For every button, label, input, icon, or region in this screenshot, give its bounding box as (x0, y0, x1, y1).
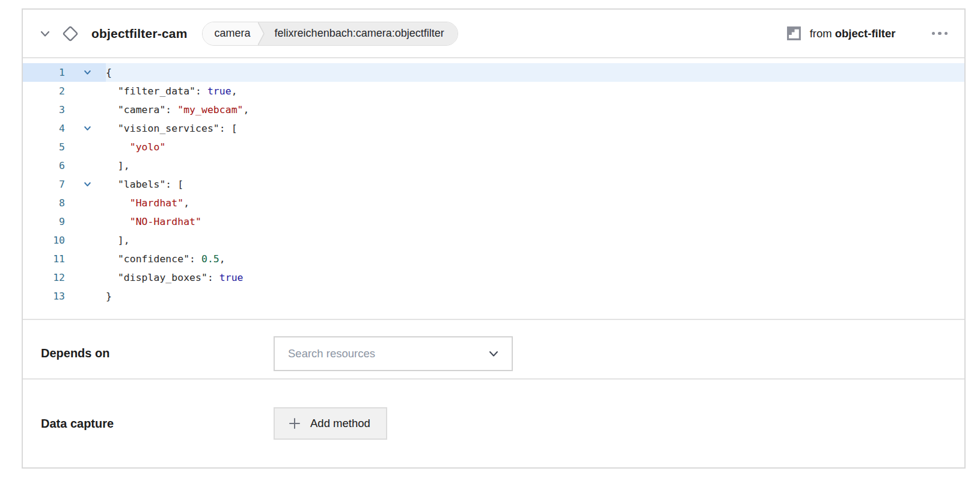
collapse-toggle-button[interactable] (38, 27, 52, 40)
code-text: "filter_data": true, (106, 82, 964, 100)
fragment-source-label: from object-filter (810, 27, 896, 40)
code-line[interactable]: 8 "Hardhat", (23, 194, 964, 212)
line-gutter: 4 (23, 119, 106, 138)
code-line[interactable]: 13} (23, 287, 964, 306)
code-text: "yolo" (106, 138, 964, 156)
code-line[interactable]: 1{ (23, 63, 964, 82)
depends-on-section: Depends on Search resources (23, 319, 964, 378)
chip-separator-chevron-icon (258, 22, 268, 45)
add-method-button[interactable]: Add method (274, 407, 387, 440)
code-line[interactable]: 9 "NO-Hardhat" (23, 212, 964, 231)
code-line[interactable]: 5 "yolo" (23, 138, 964, 156)
fragment-name-text: object-filter (835, 27, 896, 40)
code-line[interactable]: 3 "camera": "my_webcam", (23, 100, 964, 119)
code-line[interactable]: 12 "display_boxes": true (23, 268, 964, 287)
line-number: 1 (23, 63, 69, 82)
dot-icon (932, 32, 936, 35)
header-right-group: from object-filter (786, 26, 949, 41)
line-gutter: 12 (23, 268, 106, 287)
data-capture-label: Data capture (41, 417, 274, 431)
code-line[interactable]: 6 ], (23, 156, 964, 175)
line-number: 5 (23, 138, 69, 156)
fold-spacer (69, 250, 106, 268)
code-text: "labels": [ (106, 175, 964, 194)
line-number: 10 (23, 231, 69, 250)
dot-icon (945, 32, 948, 35)
code-editor[interactable]: 1{2 "filter_data": true,3 "camera": "my_… (23, 58, 964, 319)
line-gutter: 13 (23, 287, 106, 306)
line-gutter: 7 (23, 175, 106, 194)
fragment-icon (786, 26, 801, 41)
code-text: } (106, 287, 964, 306)
code-text: ], (106, 156, 964, 175)
line-number: 13 (23, 287, 69, 306)
code-line[interactable]: 2 "filter_data": true, (23, 82, 964, 100)
line-number: 12 (23, 268, 69, 287)
component-model-chip: camera felixreichenbach:camera:objectfil… (202, 22, 458, 46)
component-type-diamond-icon (60, 23, 81, 44)
line-gutter: 6 (23, 156, 106, 175)
code-text: "Hardhat", (106, 194, 964, 212)
line-number: 8 (23, 194, 69, 212)
line-gutter: 1 (23, 63, 106, 82)
line-number: 4 (23, 119, 69, 138)
card-header: objectfilter-cam camera felixreichenbach… (23, 10, 964, 58)
fold-toggle-button[interactable] (69, 119, 106, 138)
line-number: 9 (23, 212, 69, 231)
code-text: { (106, 63, 964, 82)
code-text: "camera": "my_webcam", (106, 100, 964, 119)
fold-spacer (69, 156, 106, 175)
line-number: 2 (23, 82, 69, 100)
line-gutter: 11 (23, 250, 106, 268)
fold-spacer (69, 82, 106, 100)
fold-spacer (69, 231, 106, 250)
chevron-down-icon (83, 124, 92, 133)
component-card: objectfilter-cam camera felixreichenbach… (22, 8, 966, 469)
line-gutter: 2 (23, 82, 106, 100)
chevron-down-icon (38, 27, 52, 40)
dot-icon (938, 32, 942, 35)
fold-spacer (69, 100, 106, 119)
chevron-down-icon (488, 349, 500, 358)
code-line[interactable]: 7 "labels": [ (23, 175, 964, 194)
line-gutter: 5 (23, 138, 106, 156)
fold-spacer (69, 138, 106, 156)
fold-toggle-button[interactable] (69, 63, 106, 82)
code-text: "vision_services": [ (106, 119, 964, 138)
line-number: 3 (23, 100, 69, 119)
search-resources-select[interactable]: Search resources (274, 336, 513, 371)
depends-on-label: Depends on (41, 346, 274, 360)
more-menu-button[interactable] (931, 27, 949, 40)
chip-model-segment: felixreichenbach:camera:objectfilter (268, 22, 458, 45)
code-text: ], (106, 231, 964, 250)
code-line[interactable]: 10 ], (23, 231, 964, 250)
fold-spacer (69, 212, 106, 231)
chevron-down-icon (83, 68, 92, 77)
add-method-button-label: Add method (310, 417, 370, 430)
code-text: "confidence": 0.5, (106, 250, 964, 268)
code-text: "display_boxes": true (106, 268, 964, 287)
fold-spacer (69, 194, 106, 212)
fold-spacer (69, 287, 106, 306)
code-text: "NO-Hardhat" (106, 212, 964, 231)
code-line[interactable]: 11 "confidence": 0.5, (23, 250, 964, 268)
line-gutter: 9 (23, 212, 106, 231)
code-line[interactable]: 4 "vision_services": [ (23, 119, 964, 138)
chip-type-segment: camera (203, 22, 258, 45)
search-resources-placeholder: Search resources (288, 347, 375, 360)
line-number: 6 (23, 156, 69, 175)
line-gutter: 8 (23, 194, 106, 212)
plus-icon (288, 417, 301, 430)
chevron-down-icon (83, 180, 92, 189)
fold-spacer (69, 268, 106, 287)
line-gutter: 3 (23, 100, 106, 119)
data-capture-section: Data capture Add method (23, 378, 964, 467)
line-gutter: 10 (23, 231, 106, 250)
fold-toggle-button[interactable] (69, 175, 106, 194)
component-name-title: objectfilter-cam (91, 26, 188, 41)
from-prefix-text: from (810, 27, 832, 40)
line-number: 7 (23, 175, 69, 194)
line-number: 11 (23, 250, 69, 268)
